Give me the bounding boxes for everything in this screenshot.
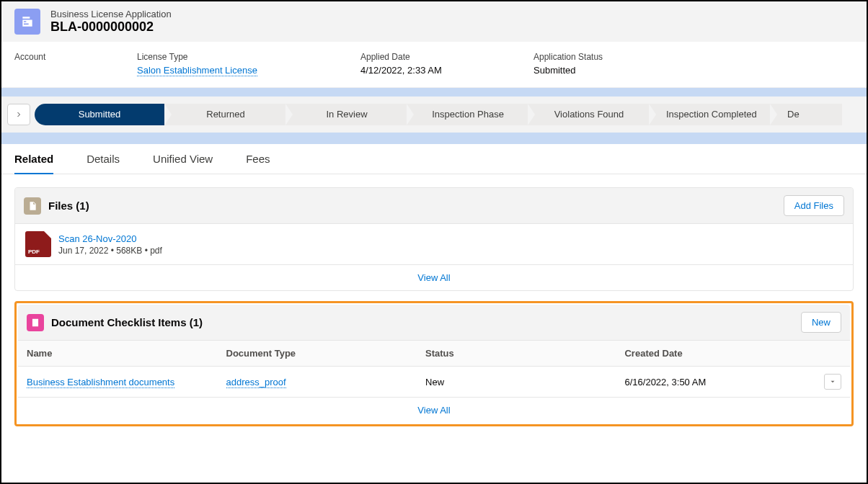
record-header: Business License Application BLA-0000000…: [1, 1, 867, 42]
col-name[interactable]: Name: [18, 341, 218, 367]
highlight-box: Document Checklist Items (1) New Name Do…: [14, 301, 854, 426]
table-row: Business Establishment documents address…: [18, 367, 850, 398]
new-checklist-item-button[interactable]: New: [801, 312, 841, 333]
license-type-label: License Type: [137, 52, 317, 62]
tabs: Related Details Unified View Fees: [1, 144, 867, 174]
add-files-button[interactable]: Add Files: [784, 195, 844, 216]
license-icon: [14, 9, 40, 35]
checklist-table: Name Document Type Status Created Date B…: [18, 341, 850, 398]
file-row[interactable]: PDF Scan 26-Nov-2020 Jun 17, 2022 • 568K…: [15, 224, 853, 264]
file-meta: Jun 17, 2022 • 568KB • pdf: [58, 246, 162, 256]
tab-related[interactable]: Related: [14, 153, 53, 174]
col-status[interactable]: Status: [417, 341, 616, 367]
files-card-title: Files (1): [48, 200, 784, 212]
license-type-link[interactable]: Salon Establishment License: [137, 65, 257, 76]
app-status-label: Application Status: [533, 52, 603, 62]
path-stage-submitted[interactable]: Submitted: [35, 104, 172, 125]
tab-unified-view[interactable]: Unified View: [153, 153, 213, 174]
chevron-right-icon: [14, 110, 23, 119]
caret-down-icon: [829, 378, 836, 385]
applied-date-value: 4/12/2022, 2:33 AM: [360, 65, 490, 76]
decorative-band: [1, 133, 867, 144]
object-type-label: Business License Application: [50, 9, 172, 19]
applied-date-label: Applied Date: [360, 52, 490, 62]
path-stage-truncated[interactable]: De: [770, 104, 842, 125]
record-title: BLA-0000000002: [50, 19, 172, 35]
file-name-link[interactable]: Scan 26-Nov-2020: [58, 233, 162, 244]
checklist-view-all-link[interactable]: View All: [410, 398, 457, 423]
path-row: Submitted Returned In Review Inspection …: [1, 97, 867, 133]
checklist-created-date: 6/16/2022, 3:50 AM: [616, 367, 815, 398]
files-view-all-link[interactable]: View All: [410, 265, 457, 290]
path-expand-button[interactable]: [7, 104, 30, 125]
col-doc-type[interactable]: Document Type: [218, 341, 417, 367]
highlights-panel: Account License Type Salon Establishment…: [1, 42, 867, 88]
col-created-date[interactable]: Created Date: [616, 341, 815, 367]
files-icon: [24, 197, 41, 215]
decorative-band: [1, 88, 867, 97]
path-stage-violations-found[interactable]: Violations Found: [528, 104, 656, 125]
checklist-card-title: Document Checklist Items (1): [51, 316, 801, 328]
app-status-value: Submitted: [533, 65, 603, 76]
checklist-item-link[interactable]: Business Establishment documents: [27, 377, 174, 388]
account-label: Account: [14, 52, 94, 62]
checklist-card: Document Checklist Items (1) New Name Do…: [18, 305, 850, 423]
files-card: Files (1) Add Files PDF Scan 26-Nov-2020…: [14, 187, 854, 291]
tab-fees[interactable]: Fees: [246, 153, 270, 174]
path-stage-returned[interactable]: Returned: [164, 104, 293, 125]
path-stage-inspection-completed[interactable]: Inspection Completed: [649, 104, 777, 125]
checklist-icon: [27, 314, 44, 331]
pdf-icon: PDF: [25, 231, 51, 257]
checklist-doctype-link[interactable]: address_proof: [226, 377, 286, 388]
row-actions-menu[interactable]: [824, 374, 841, 390]
path-stage-in-review[interactable]: In Review: [285, 104, 414, 125]
tab-details[interactable]: Details: [87, 153, 120, 174]
checklist-status: New: [417, 367, 616, 398]
path-stage-inspection-phase[interactable]: Inspection Phase: [407, 104, 535, 125]
